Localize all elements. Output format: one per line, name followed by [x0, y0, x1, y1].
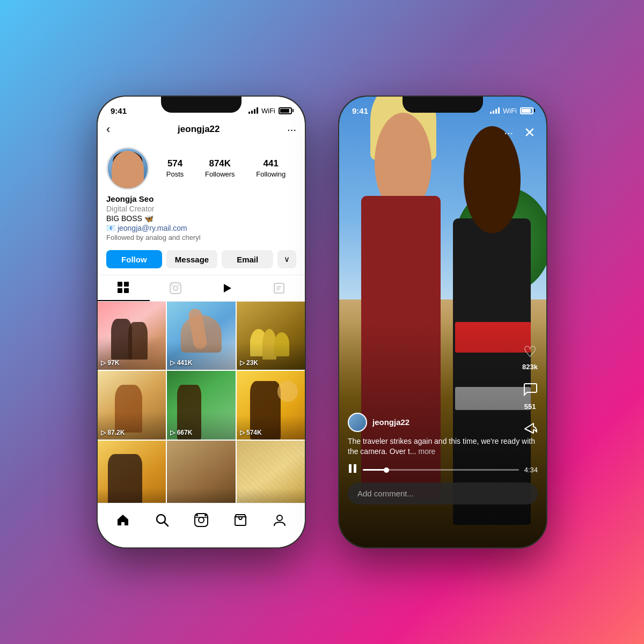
reels-user-info: jeongja22: [348, 413, 538, 432]
svg-rect-1: [124, 282, 129, 287]
nav-search[interactable]: [155, 513, 169, 527]
posts-label: Posts: [166, 170, 184, 178]
grid-views-5: ▷ 667K: [170, 429, 192, 436]
nav-shop[interactable]: [233, 513, 247, 527]
nav-profile[interactable]: [273, 513, 287, 527]
grid-item-4[interactable]: ▷ 87.2K: [98, 371, 166, 439]
grid-item-6[interactable]: ▷ 574K: [237, 371, 305, 439]
time-2: 9:41: [352, 106, 368, 115]
pause-button[interactable]: [348, 464, 357, 476]
grid-views-4: ▷ 87.2K: [101, 429, 125, 436]
grid-item-3[interactable]: ▷ 23K: [237, 302, 305, 370]
stat-followers: 874K Followers: [205, 158, 235, 179]
photo-grid: ▷ 97K ▷ 441K: [98, 302, 305, 509]
display-name: Jeongja Seo: [106, 194, 296, 203]
followers-count: 874K: [205, 158, 235, 169]
grid-views-2: ▷ 441K: [170, 359, 192, 367]
reels-more-button[interactable]: ···: [504, 127, 513, 139]
time-1: 9:41: [111, 106, 127, 115]
following-label: Following: [256, 170, 286, 178]
profile-email[interactable]: 📧 jeongja@ry.mail.com: [106, 224, 296, 232]
signal-icon: [248, 107, 258, 114]
grid-views-1: ▷ 97K: [101, 359, 119, 367]
email-button[interactable]: Email: [222, 250, 273, 268]
back-button[interactable]: ‹: [106, 122, 110, 136]
phone-1-profile: 9:41 WiFi ‹ jeongja22 ···: [97, 96, 306, 548]
svg-rect-3: [124, 288, 129, 293]
reels-close-button[interactable]: ✕: [524, 125, 536, 141]
following-count: 441: [256, 158, 286, 169]
nav-home[interactable]: [116, 513, 130, 527]
profile-nav: ‹ jeongja22 ···: [98, 120, 305, 141]
content-tabs: [98, 275, 305, 302]
comment-input[interactable]: Add comment...: [348, 482, 538, 504]
stat-posts: 574 Posts: [166, 158, 184, 179]
reels-avatar: [348, 413, 367, 432]
svg-point-5: [173, 286, 178, 290]
tab-reels[interactable]: [150, 275, 202, 301]
bottom-nav: [98, 503, 305, 547]
battery-icon: [279, 107, 292, 114]
grid-item-5[interactable]: ▷ 667K: [167, 371, 235, 439]
profile-bio: BIG BOSS 🦋: [106, 214, 296, 223]
battery-icon-2: [520, 107, 533, 114]
svg-line-11: [164, 522, 168, 526]
dropdown-button[interactable]: ∨: [277, 250, 296, 268]
profile-role: Digital Creator: [106, 204, 296, 213]
like-count: 823k: [522, 363, 538, 371]
svg-rect-2: [118, 288, 122, 293]
progress-bar-container: 4:34: [348, 464, 538, 476]
reels-username[interactable]: jeongja22: [372, 418, 409, 427]
svg-point-14: [196, 514, 198, 516]
status-icons-2: WiFi: [490, 107, 533, 115]
profile-username: jeongja22: [178, 124, 219, 135]
stats-container: 574 Posts 874K Followers 441 Following: [156, 158, 296, 179]
message-button[interactable]: Message: [166, 250, 218, 268]
phone-2-reels: 9:41 WiFi ··· ✕ ♡: [338, 96, 547, 548]
reels-more-text[interactable]: more: [419, 447, 436, 456]
reels-top-controls: ··· ✕: [504, 125, 536, 141]
heart-icon: ♡: [523, 343, 537, 361]
signal-icon-2: [490, 107, 500, 114]
svg-marker-8: [224, 284, 231, 292]
tab-tagged[interactable]: [253, 275, 305, 301]
svg-point-6: [171, 284, 173, 286]
grid-item-8[interactable]: [167, 441, 235, 509]
progress-track[interactable]: [363, 469, 519, 471]
grid-views-6: ▷ 574K: [240, 429, 262, 436]
profile-info: Jeongja Seo Digital Creator BIG BOSS 🦋 📧…: [98, 194, 305, 246]
svg-rect-19: [349, 464, 352, 473]
follow-button[interactable]: Follow: [106, 250, 162, 268]
svg-rect-0: [118, 282, 122, 287]
grid-item-2[interactable]: ▷ 441K: [167, 302, 235, 370]
status-icons-1: WiFi: [248, 107, 292, 115]
wifi-icon: WiFi: [261, 107, 275, 115]
like-action[interactable]: ♡ 823k: [522, 343, 538, 371]
svg-point-15: [204, 514, 207, 516]
stat-following: 441 Following: [256, 158, 286, 179]
reels-caption: The traveler strikes again and this time…: [348, 436, 538, 457]
comment-count: 551: [524, 402, 536, 411]
reels-bottom: jeongja22 The traveler strikes again and…: [339, 413, 546, 504]
wifi-icon-2: WiFi: [503, 107, 517, 115]
followers-label: Followers: [205, 170, 235, 178]
followed-by: Followed by analog and cheryl: [106, 233, 296, 241]
profile-avatar: [106, 147, 149, 190]
nav-reels[interactable]: [194, 513, 208, 527]
tab-grid[interactable]: [98, 275, 150, 301]
grid-item-7[interactable]: [98, 441, 166, 509]
svg-rect-17: [235, 517, 246, 525]
comment-action[interactable]: 551: [523, 382, 538, 411]
phone-notch-1: [161, 97, 241, 113]
profile-stats: 574 Posts 874K Followers 441 Following: [98, 141, 305, 194]
more-button[interactable]: ···: [287, 123, 296, 136]
video-duration: 4:34: [524, 466, 538, 474]
action-buttons: Follow Message Email ∨: [98, 246, 305, 275]
grid-views-3: ▷ 23K: [240, 359, 258, 367]
phone-notch-2: [402, 97, 483, 113]
grid-item-1[interactable]: ▷ 97K: [98, 302, 166, 370]
grid-item-9[interactable]: [237, 441, 305, 509]
tab-video[interactable]: [201, 275, 253, 301]
svg-point-13: [199, 517, 204, 523]
svg-point-18: [277, 515, 282, 521]
